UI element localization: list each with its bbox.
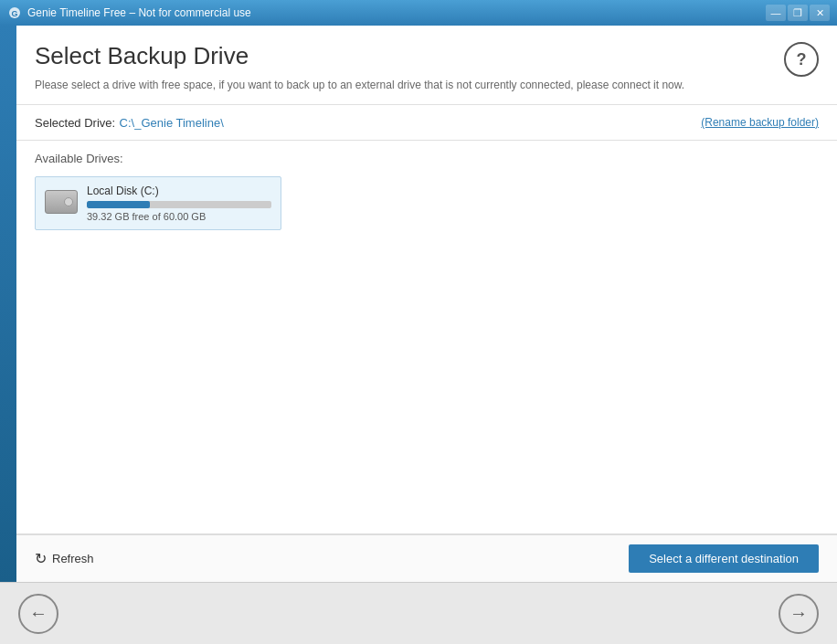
selected-drive-bar: Selected Drive: C:\_Genie Timeline\ (Ren…: [16, 105, 837, 141]
title-bar: G Genie Timeline Free – Not for commerci…: [0, 0, 837, 26]
action-bar: ↻ Refresh Select a different destination: [16, 534, 837, 582]
drive-name: Local Disk (C:): [87, 185, 271, 197]
drive-icon: [45, 190, 78, 216]
page-title: Select Backup Drive: [35, 42, 819, 70]
drive-item[interactable]: Local Disk (C:) 39.32 GB free of 60.00 G…: [35, 176, 281, 230]
help-button[interactable]: ?: [784, 42, 819, 77]
drives-section: Available Drives: Local Disk (C:) 39.32 …: [16, 141, 837, 533]
drive-space-text: 39.32 GB free of 60.00 GB: [87, 211, 271, 222]
svg-text:G: G: [11, 9, 17, 18]
window-body: Select Backup Drive Please select a driv…: [0, 26, 837, 582]
available-drives-label: Available Drives:: [35, 152, 819, 165]
drive-progress-bar: [87, 201, 271, 208]
selected-drive-info: Selected Drive: C:\_Genie Timeline\: [35, 114, 224, 131]
header-section: Select Backup Drive Please select a driv…: [16, 26, 837, 105]
back-button[interactable]: ←: [18, 594, 58, 634]
restore-button[interactable]: ❐: [788, 5, 808, 21]
selected-drive-label: Selected Drive:: [35, 116, 115, 130]
drive-progress-fill: [87, 201, 150, 208]
select-destination-button[interactable]: Select a different destination: [629, 544, 819, 573]
refresh-button[interactable]: ↻ Refresh: [35, 550, 94, 567]
footer-nav: ← →: [0, 582, 837, 644]
title-bar-text: Genie Timeline Free – Not for commercial…: [27, 6, 766, 19]
window-controls: — ❐ ✕: [766, 5, 830, 21]
drives-list: Local Disk (C:) 39.32 GB free of 60.00 G…: [35, 176, 819, 230]
forward-button[interactable]: →: [779, 594, 819, 634]
minimize-button[interactable]: —: [766, 5, 786, 21]
rename-backup-folder-button[interactable]: (Rename backup folder): [701, 116, 819, 129]
refresh-icon: ↻: [35, 550, 47, 567]
selected-drive-path: C:\_Genie Timeline\: [120, 116, 224, 130]
drive-info: Local Disk (C:) 39.32 GB free of 60.00 G…: [87, 185, 271, 222]
subtitle-text: Please select a drive with free space, i…: [35, 78, 819, 93]
app-icon: G: [7, 5, 22, 20]
accent-bar: [0, 26, 16, 582]
refresh-label: Refresh: [52, 552, 94, 565]
content-area: Select Backup Drive Please select a driv…: [16, 26, 837, 582]
close-button[interactable]: ✕: [810, 5, 830, 21]
